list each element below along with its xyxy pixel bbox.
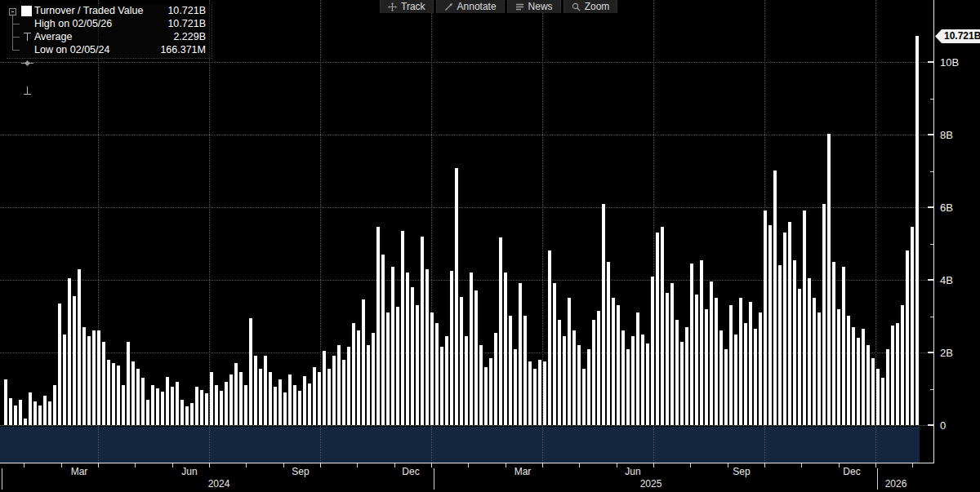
x-month-tick: [394, 463, 395, 468]
low-value: 166.371M: [160, 43, 206, 56]
x-month-tick: [764, 463, 765, 468]
last-value-tag: 10.721B: [935, 29, 980, 43]
x-year-label: 2024: [208, 478, 230, 490]
x-month-tick: [912, 463, 913, 468]
x-month-tick: [431, 463, 432, 468]
high-label: High on 02/05/26: [34, 17, 112, 30]
x-month-label: Jun: [625, 466, 640, 477]
y-tick-label: 8B: [940, 129, 953, 141]
y-tick-label: 6B: [940, 202, 953, 214]
x-month-tick: [542, 463, 543, 468]
average-label: Average: [34, 30, 72, 43]
x-month-tick: [357, 463, 358, 468]
y-tick-label: 10B: [940, 56, 959, 69]
y-minor-tick: [930, 244, 933, 245]
x-month-tick: [728, 463, 728, 468]
y-tick-label: 0: [940, 419, 946, 432]
chart-window: 10B8B6B4B2B0 MarJunSepDecMarJunSepDec202…: [0, 0, 980, 492]
x-month-tick: [246, 463, 247, 468]
x-month-label: Dec: [402, 466, 419, 477]
y-axis-line: [933, 0, 934, 463]
chart-toolbar: Track Annotate News: [380, 0, 617, 13]
y-major-tick: [928, 352, 933, 353]
track-icon: [388, 2, 397, 11]
x-month-tick: [61, 463, 62, 468]
track-button[interactable]: Track: [380, 0, 434, 13]
low-marker-icon: [24, 86, 31, 95]
x-month-label: Mar: [514, 466, 532, 477]
x-month-tick: [839, 463, 840, 468]
zoom-button[interactable]: Zoom: [564, 0, 618, 13]
legend-row-series[interactable]: Turnover / Traded Value 10.721B: [7, 4, 212, 17]
average-marker-icon: [21, 60, 33, 66]
news-icon: [515, 2, 524, 11]
x-month-tick: [579, 463, 580, 468]
y-tick-label: 2B: [940, 347, 953, 359]
y-minor-tick: [930, 389, 933, 390]
series-label: Turnover / Traded Value: [34, 4, 143, 17]
x-month-tick: [875, 463, 876, 468]
x-month-tick: [801, 463, 802, 468]
y-minor-tick: [930, 317, 933, 317]
x-month-tick: [98, 463, 99, 468]
legend-row-high[interactable]: High on 02/05/26 10.721B: [7, 17, 212, 30]
y-major-tick: [928, 279, 933, 281]
x-month-tick: [506, 463, 506, 468]
x-month-label: Mar: [71, 466, 88, 477]
x-year-label: 2026: [885, 478, 907, 490]
legend-panel: Turnover / Traded Value 10.721B High on …: [7, 4, 212, 59]
x-month-label: Dec: [843, 466, 860, 477]
y-minor-tick: [930, 99, 933, 100]
x-month-tick: [690, 463, 691, 468]
news-button[interactable]: News: [507, 0, 561, 13]
x-month-label: Sep: [733, 466, 750, 477]
y-minor-tick: [930, 171, 933, 172]
y-major-tick: [928, 206, 933, 208]
series-value: 10.721B: [167, 4, 206, 17]
high-value: 10.721B: [167, 17, 206, 30]
x-month-tick: [653, 463, 654, 468]
year-separator: [434, 468, 434, 490]
y-major-tick: [928, 61, 933, 63]
y-tick-label: 4B: [940, 274, 953, 286]
x-month-tick: [209, 463, 210, 468]
year-separator: [877, 468, 878, 490]
legend-row-low[interactable]: Low on 02/05/24 166.371M: [7, 43, 212, 56]
x-axis-line: [0, 463, 934, 463]
annotate-icon: [444, 2, 453, 11]
x-month-label: Sep: [292, 466, 309, 477]
zoom-icon: [572, 2, 581, 11]
x-month-tick: [172, 463, 173, 468]
y-major-tick: [928, 424, 933, 426]
legend-row-average[interactable]: Average 2.229B: [7, 30, 212, 43]
x-month-tick: [283, 463, 284, 468]
low-label: Low on 02/05/24: [34, 43, 109, 56]
year-separator: [2, 468, 2, 490]
average-value: 2.229B: [173, 30, 206, 43]
x-month-label: Jun: [181, 466, 197, 477]
annotate-button[interactable]: Annotate: [436, 0, 505, 13]
series-swatch-icon: [21, 6, 32, 16]
x-month-tick: [320, 463, 321, 468]
x-month-tick: [24, 463, 24, 468]
x-month-tick: [468, 463, 469, 468]
x-month-tick: [135, 463, 136, 468]
x-year-label: 2025: [640, 478, 662, 490]
y-major-tick: [928, 134, 933, 135]
x-month-tick: [617, 463, 617, 468]
